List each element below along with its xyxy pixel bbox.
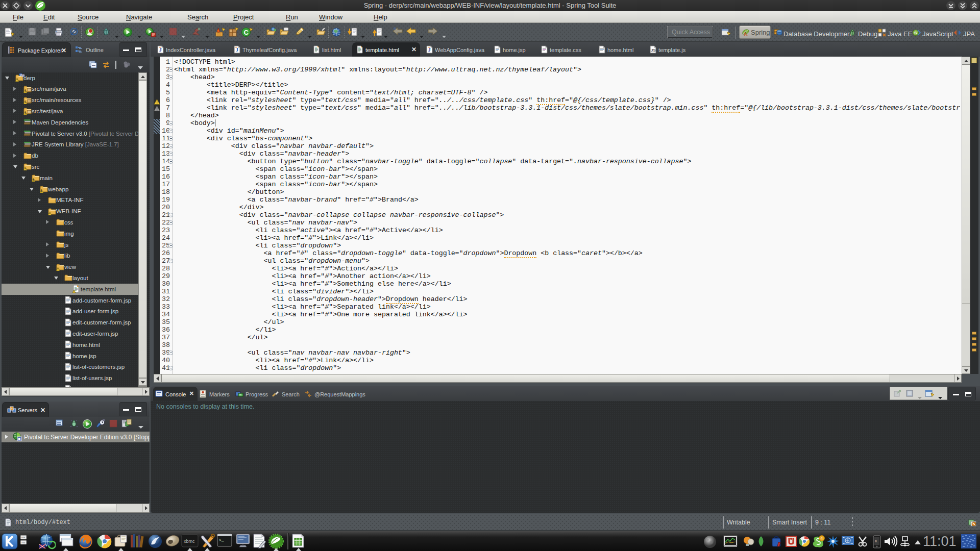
svg-text:ru: ru [21, 541, 26, 544]
svg-text:us: us [21, 536, 26, 539]
svg-text:4: 4 [821, 536, 823, 541]
svg-text:JS: JS [651, 48, 656, 53]
svg-text:M: M [19, 73, 22, 77]
svg-text:xbmc: xbmc [184, 539, 195, 544]
svg-text:C: C [244, 29, 249, 36]
svg-text:S: S [914, 31, 917, 35]
svg-text:>_: >_ [219, 538, 224, 542]
svg-text:K: K [875, 539, 877, 543]
